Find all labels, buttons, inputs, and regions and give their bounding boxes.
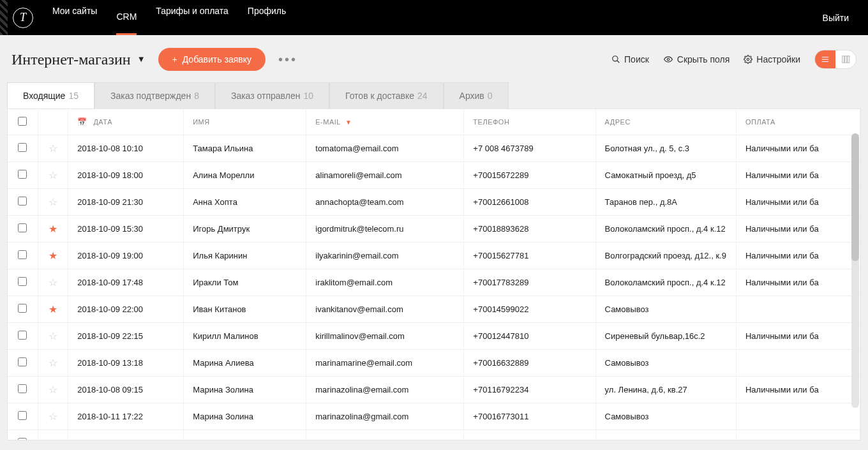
table-row[interactable]: ☆ 2018-10-08 10:10 Тамара Ильина tomatom… [8,135,860,162]
tab-inbox[interactable]: Входящие 15 [7,82,94,109]
star-icon[interactable]: ☆ [49,357,57,368]
table-row[interactable]: ☆ 2018-10-09 13:18 Марина Алиева marinam… [8,350,860,377]
nav-link-sites[interactable]: Мои сайты [52,6,97,29]
tab-ready[interactable]: Готов к доставке 24 [329,82,444,109]
cell-phone: +70014599022 [464,296,595,323]
add-request-label: Добавить заявку [183,54,251,64]
board-icon [841,55,850,64]
more-menu-button[interactable]: ••• [278,52,297,67]
cell-name: Илья Каринин [184,243,306,269]
star-icon[interactable]: ☆ [49,277,57,288]
scrollbar[interactable] [851,133,859,408]
tilda-logo[interactable]: T [13,8,33,28]
col-header-name[interactable]: ИМЯ [184,109,306,135]
star-icon[interactable]: ☆ [49,143,57,154]
list-view-button[interactable] [815,50,835,68]
table-row[interactable]: ☆ 2018-10-09 18:17 Милан Кички milannaki… [8,430,860,440]
tab-archive[interactable]: Архив 0 [444,82,509,109]
star-icon[interactable]: ★ [49,223,57,234]
row-checkbox[interactable] [18,357,27,366]
tab-sent[interactable]: Заказ отправлен 10 [215,82,329,109]
table-row[interactable]: ☆ 2018-10-11 17:22 Марина Золина marinaz… [8,403,860,430]
table-row[interactable]: ★ 2018-10-09 19:00 Илья Каринин ilyakari… [8,243,860,269]
table-row[interactable]: ★ 2018-10-09 15:30 Игорь Дмитрук igordmi… [8,216,860,243]
cell-phone: +70015627781 [464,243,595,269]
row-checkbox[interactable] [18,411,27,420]
row-checkbox[interactable] [18,277,27,286]
table-row[interactable]: ☆ 2018-10-09 22:15 Кирилл Малинов kirill… [8,323,860,350]
select-all-checkbox[interactable] [18,117,27,126]
star-icon[interactable]: ★ [49,250,57,261]
row-checkbox[interactable] [18,384,27,393]
cell-email: tomatoma@email.com [306,135,464,162]
star-icon[interactable]: ★ [49,304,57,315]
cell-address: Самовывоз [595,296,736,323]
row-checkbox[interactable] [18,438,27,440]
star-icon[interactable]: ☆ [49,438,57,440]
shop-selector[interactable]: Интернет-магазин ▼ [11,51,146,68]
cell-email: kirillmalinov@email.com [306,323,464,350]
table-row[interactable]: ☆ 2018-10-08 09:15 Марина Золина marinaz… [8,377,860,403]
cell-payment: Наличными или ба [736,269,860,296]
cell-name: Марина Золина [184,377,306,403]
star-icon[interactable]: ☆ [49,331,57,341]
nav-link-crm[interactable]: CRM [116,11,137,35]
row-checkbox[interactable] [18,197,27,206]
row-checkbox[interactable] [18,143,27,152]
list-icon [821,55,830,64]
cell-email: ilyakarinin@email.com [306,243,464,269]
row-checkbox[interactable] [18,223,27,232]
row-checkbox[interactable] [18,331,27,340]
cell-date: 2018-10-08 10:10 [68,135,184,162]
tab-confirmed[interactable]: Заказ подтвержден 8 [94,82,215,109]
star-icon[interactable]: ☆ [49,384,57,395]
scrollbar-thumb[interactable] [851,133,859,261]
star-icon[interactable]: ☆ [49,411,57,422]
cell-name: Алина Морелли [184,162,306,189]
col-header-payment[interactable]: ОПЛАТА [736,109,860,135]
star-icon[interactable]: ☆ [49,170,57,181]
cell-phone: +70016773011 [464,403,595,430]
row-checkbox[interactable] [18,304,27,313]
nav-links: Мои сайты CRM Тарифы и оплата Профиль [52,6,286,29]
table-row[interactable]: ☆ 2018-10-09 18:00 Алина Морелли alinamo… [8,162,860,189]
nav-link-profile[interactable]: Профиль [248,6,286,29]
board-view-button[interactable] [835,50,856,68]
star-icon[interactable]: ☆ [49,197,57,207]
cell-phone: +70017783289 [464,269,595,296]
gear-icon [744,55,752,64]
subheader: Интернет-магазин ▼ + Добавить заявку •••… [0,35,868,82]
col-header-address[interactable]: АДРЕС [595,109,736,135]
row-checkbox[interactable] [18,250,27,259]
cell-date: 2018-10-09 13:18 [68,350,184,377]
svg-rect-9 [848,56,849,63]
table-row[interactable]: ☆ 2018-10-09 21:30 Анна Хопта annachopta… [8,189,860,216]
cell-name: Милан Кички [184,430,306,440]
tab-count: 0 [488,91,493,101]
cell-date: 2018-10-09 15:30 [68,216,184,243]
cell-payment: Наличными или ба [736,189,860,216]
col-header-phone[interactable]: ТЕЛЕФОН [464,109,595,135]
cell-payment: Наличными или ба [736,162,860,189]
cell-address: Волгоградский проезд, д12., к.9 [595,243,736,269]
col-header-email[interactable]: E-MAIL ▼ [306,109,464,135]
nav-link-billing[interactable]: Тарифы и оплата [156,6,228,29]
top-nav: T Мои сайты CRM Тарифы и оплата Профиль … [0,0,868,35]
svg-point-3 [747,58,750,61]
cell-phone: +70012447810 [464,323,595,350]
row-checkbox[interactable] [18,170,27,179]
tab-count: 24 [417,91,428,101]
search-label: Поиск [624,54,649,64]
logout-link[interactable]: Выйти [823,13,849,23]
cell-email: annachopta@team.com [306,189,464,216]
cell-address: Самокатный проезд, д5 [595,162,736,189]
table-row[interactable]: ☆ 2018-10-09 17:48 Иракли Том iraklitom@… [8,269,860,296]
table-row[interactable]: ★ 2018-10-09 22:00 Иван Китанов ivankita… [8,296,860,323]
hide-fields-action[interactable]: Скрыть поля [663,54,730,64]
add-request-button[interactable]: + Добавить заявку [158,48,266,71]
cell-address: Таранов пер., д.8А [595,189,736,216]
settings-action[interactable]: Настройки [744,54,800,64]
col-header-date[interactable]: 📅 ДАТА [68,109,184,135]
cell-address: Волоколамский просп., д.4 к.12 [595,216,736,243]
search-action[interactable]: Поиск [611,54,649,64]
